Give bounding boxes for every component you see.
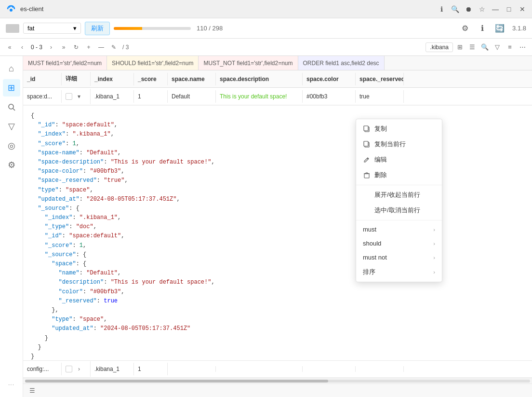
settings-button[interactable]: ⚙ bbox=[458, 22, 472, 35]
expand-button-2[interactable]: › bbox=[74, 364, 84, 374]
sidebar: ⌂ ⊞ ▽ ◎ ⚙ ··· bbox=[0, 56, 23, 397]
menu-copy-label: 复制 bbox=[374, 124, 387, 133]
menu-must-label: must bbox=[363, 226, 376, 233]
nav-list-button[interactable]: ≡ bbox=[504, 41, 516, 53]
record-button[interactable]: ⏺ bbox=[465, 5, 472, 13]
menu-item-sort[interactable]: 排序 › bbox=[356, 264, 442, 280]
copy-row-icon bbox=[363, 140, 371, 148]
cell-space-reserved-2 bbox=[356, 366, 404, 372]
menu-item-copy[interactable]: 复制 bbox=[356, 121, 442, 137]
tab-must-not[interactable]: MUST_NOT field1='str',field2=num bbox=[199, 56, 298, 70]
bottom-menu-button[interactable]: ☰ bbox=[27, 385, 38, 396]
row-checkbox-2[interactable] bbox=[66, 366, 72, 372]
col-score: _score bbox=[134, 73, 168, 85]
sidebar-item-filter[interactable]: ▽ bbox=[3, 118, 20, 135]
nav-more-button[interactable]: ⋯ bbox=[517, 41, 528, 53]
menu-item-edit[interactable]: 编辑 bbox=[356, 152, 442, 167]
delete-icon bbox=[363, 171, 371, 179]
svg-point-0 bbox=[10, 9, 13, 12]
nav-remove-button[interactable]: — bbox=[95, 41, 107, 53]
tab-order[interactable]: ORDER field1 asc,field2 desc bbox=[298, 56, 385, 70]
col-space-desc: space.description bbox=[216, 73, 303, 85]
json-view: { "_id": "space:default", "_index": ".ki… bbox=[23, 105, 532, 360]
maximize-button[interactable]: □ bbox=[505, 5, 513, 13]
bottom-toolbar: ☰ bbox=[23, 383, 532, 397]
nav-prev-button[interactable]: ‹ bbox=[16, 41, 28, 53]
expand-button[interactable]: ▾ bbox=[74, 92, 84, 101]
star-button[interactable]: ☆ bbox=[478, 5, 486, 13]
row-checkbox[interactable] bbox=[66, 93, 72, 100]
count-label: 110 / 298 bbox=[197, 25, 223, 32]
sidebar-item-home[interactable]: ⌂ bbox=[3, 60, 20, 77]
nav-edit-button[interactable]: ✎ bbox=[108, 41, 120, 53]
menu-divider-2 bbox=[356, 220, 442, 220]
cell-space-desc-2 bbox=[216, 366, 303, 372]
nav-first-button[interactable]: « bbox=[4, 41, 15, 53]
avatar bbox=[6, 24, 19, 33]
nav-view2-button[interactable]: ☰ bbox=[466, 41, 478, 53]
col-detail: 详细 bbox=[62, 72, 91, 86]
sidebar-item-more[interactable]: ··· bbox=[3, 376, 20, 393]
table-row[interactable]: space:d... ▾ .kibana_1 1 Default This is… bbox=[23, 88, 532, 105]
svg-rect-4 bbox=[364, 126, 368, 131]
tab-must[interactable]: MUST field1='str',field2=num bbox=[23, 56, 107, 70]
cell-detail-2[interactable]: › bbox=[62, 361, 91, 377]
col-space-name: space.name bbox=[168, 73, 216, 85]
context-menu: 复制 复制当前行 编辑 删除 展开/收起当前行 选中/取消当前行 must › … bbox=[356, 119, 442, 282]
menu-delete-label: 删除 bbox=[374, 171, 387, 179]
menu-item-expand[interactable]: 展开/收起当前行 bbox=[356, 187, 442, 203]
tab-must-not-label: MUST_NOT field1='str',field2=num bbox=[203, 60, 293, 67]
horizontal-scrollbar[interactable] bbox=[23, 378, 532, 383]
tab-should[interactable]: SHOULD field1='str',field2=num bbox=[107, 56, 199, 70]
minimize-button[interactable]: — bbox=[492, 5, 499, 13]
zoom-button[interactable]: 🔍 bbox=[451, 5, 459, 13]
menu-item-must-not[interactable]: must not › bbox=[356, 250, 442, 264]
progress-fill bbox=[114, 27, 142, 30]
nav-search-button[interactable]: 🔍 bbox=[479, 41, 491, 53]
menu-copy-row-label: 复制当前行 bbox=[374, 140, 406, 149]
sync-button[interactable]: 🔄 bbox=[493, 22, 506, 35]
cell-id: space:d... bbox=[23, 90, 62, 103]
index-select[interactable]: fat ▾ bbox=[23, 23, 81, 34]
sidebar-item-settings[interactable]: ⚙ bbox=[3, 156, 20, 174]
version-label: 3.1.8 bbox=[512, 25, 526, 32]
refresh-button[interactable]: 刷新 bbox=[85, 22, 110, 35]
menu-must-not-label: must not bbox=[363, 254, 387, 261]
main-toolbar: fat ▾ 刷新 110 / 298 ⚙ ℹ 🔄 3.1.8 bbox=[0, 18, 532, 39]
table-row-2[interactable]: config:... › .kibana_1 1 bbox=[23, 360, 532, 378]
cell-space-reserved: true bbox=[356, 90, 404, 103]
nav-add-button[interactable]: + bbox=[83, 41, 94, 53]
info-toolbar-button[interactable]: ℹ bbox=[476, 22, 489, 35]
nav-next-button[interactable]: › bbox=[45, 41, 57, 53]
nav-last-button[interactable]: » bbox=[58, 41, 69, 53]
menu-item-should[interactable]: should › bbox=[356, 236, 442, 250]
menu-item-delete[interactable]: 删除 bbox=[356, 167, 442, 183]
cell-index-2: .kibana_1 bbox=[91, 363, 134, 375]
app-logo bbox=[6, 4, 16, 14]
sidebar-item-grid[interactable]: ⊞ bbox=[3, 79, 20, 96]
col-space-color: space.color bbox=[303, 73, 356, 85]
menu-item-must[interactable]: must › bbox=[356, 222, 442, 236]
app-title: es-client bbox=[20, 5, 438, 13]
cell-space-name: Default bbox=[168, 90, 216, 103]
chevron-right-icon: › bbox=[433, 227, 435, 233]
sidebar-item-search[interactable] bbox=[3, 98, 20, 116]
progress-bar bbox=[114, 27, 191, 30]
expand-icon bbox=[363, 191, 371, 199]
edit-icon bbox=[363, 156, 371, 164]
menu-item-select[interactable]: 选中/取消当前行 bbox=[356, 203, 442, 218]
nav-view1-button[interactable]: ⊞ bbox=[454, 41, 466, 53]
sidebar-item-globe[interactable]: ◎ bbox=[3, 137, 20, 154]
nav-filter-button[interactable]: ▽ bbox=[492, 41, 503, 53]
menu-item-copy-row[interactable]: 复制当前行 bbox=[356, 137, 442, 152]
content-area: MUST field1='str',field2=num SHOULD fiel… bbox=[23, 56, 532, 397]
col-space-reserved: space._reserved bbox=[356, 73, 404, 85]
nav-total: / 3 bbox=[120, 44, 131, 51]
info-button[interactable]: ℹ bbox=[438, 5, 445, 13]
close-button[interactable]: ✕ bbox=[519, 5, 526, 13]
nav-refresh-button[interactable]: ↻ bbox=[70, 41, 82, 53]
cell-detail[interactable]: ▾ bbox=[62, 89, 91, 104]
index-badge[interactable]: .kibana bbox=[426, 42, 453, 52]
menu-edit-label: 编辑 bbox=[374, 155, 387, 164]
query-tabs: MUST field1='str',field2=num SHOULD fiel… bbox=[23, 56, 532, 70]
